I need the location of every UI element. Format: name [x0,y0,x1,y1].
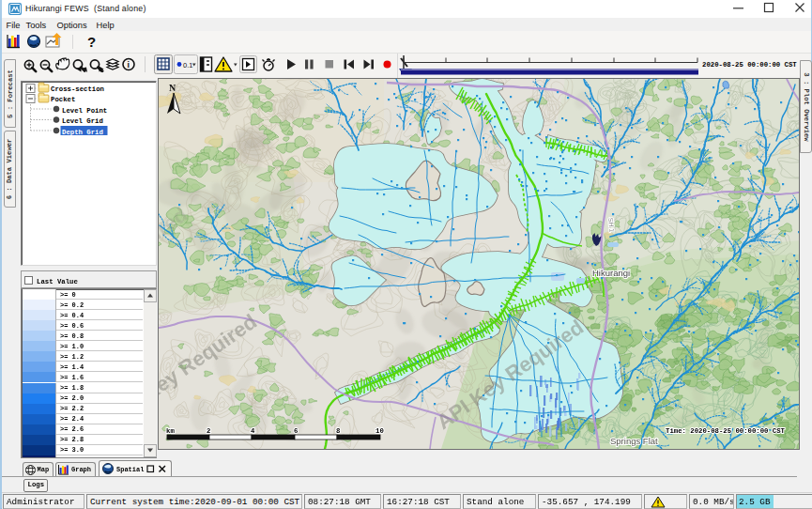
svg-text:Level Point: Level Point [62,107,107,115]
svg-text:?: ? [87,34,96,50]
svg-text:Hikurangi: Hikurangi [592,268,630,278]
svg-text:2020-08-25 00:00:00 CST: 2020-08-25 00:00:00 CST [702,61,797,69]
svg-text:Last Value: Last Value [37,278,78,285]
svg-text:4: 4 [251,427,255,435]
svg-text:Depth Grid: Depth Grid [62,129,103,136]
svg-text:Time: 2020-08-25 00:00:00 CST: Time: 2020-08-25 00:00:00 CST [666,427,786,435]
svg-text:km: km [166,427,175,435]
svg-text:Pocket: Pocket [51,96,75,103]
svg-text:N: N [169,83,176,93]
svg-text:10: 10 [375,427,384,435]
svg-text:Springs Flat: Springs Flat [610,436,658,446]
svg-text:6: 6 [294,427,298,435]
svg-text:2: 2 [207,427,210,435]
svg-text:Level Grid: Level Grid [62,117,103,125]
svg-text:0.1: 0.1 [183,61,192,69]
svg-text:8: 8 [336,427,340,435]
svg-text:i: i [128,60,130,69]
svg-text:Cross-section: Cross-section [51,85,104,93]
